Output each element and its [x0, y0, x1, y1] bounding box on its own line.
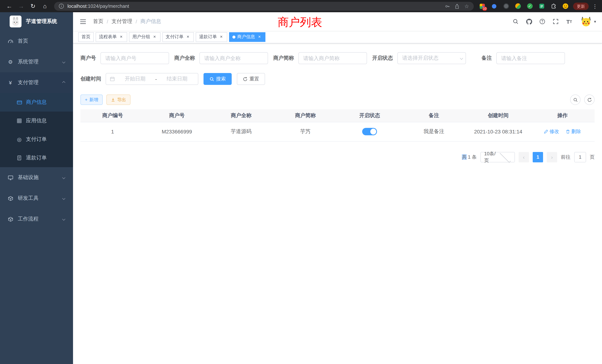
- end-date-placeholder: 结束日期: [160, 76, 194, 82]
- extension-dark-icon[interactable]: [501, 1, 511, 11]
- user-menu[interactable]: ▾: [581, 16, 596, 27]
- merchant-no-label: 商户号: [80, 55, 96, 62]
- pencil-icon: [544, 129, 548, 134]
- url-text[interactable]: localhost:1024/pay/merchant: [67, 3, 441, 9]
- sidebar-item-workflow[interactable]: 工作流程: [0, 209, 73, 229]
- tab-process-form[interactable]: 流程表单 ×: [96, 32, 127, 42]
- edit-button[interactable]: 修改: [544, 128, 559, 135]
- close-icon[interactable]: ×: [119, 34, 124, 40]
- merchant-no-input[interactable]: [100, 52, 169, 64]
- fullscreen-icon[interactable]: [551, 17, 561, 26]
- close-icon[interactable]: ×: [257, 34, 262, 40]
- next-page-button[interactable]: ›: [547, 152, 557, 162]
- extension-grid-icon[interactable]: 10: [477, 1, 487, 11]
- download-icon: [111, 97, 115, 102]
- credit-card-icon: [16, 99, 22, 105]
- sidebar-item-home[interactable]: 首页: [0, 31, 73, 52]
- chrome-update-button[interactable]: 更新: [573, 2, 589, 10]
- cell-merchant-name: 芋道源码: [209, 122, 273, 141]
- refresh-table-button[interactable]: [584, 95, 595, 105]
- chevron-down-icon: [62, 176, 65, 179]
- merchant-short-input[interactable]: [298, 52, 367, 64]
- pay-submenu: 商户信息 应用信息 ◎ 支付订单: [0, 93, 73, 167]
- extension-note-icon[interactable]: [537, 1, 546, 11]
- search-button[interactable]: 搜索: [204, 73, 232, 85]
- tab-pay-order[interactable]: 支付订单 ×: [162, 32, 194, 42]
- browser-menu-icon[interactable]: ⋮: [592, 3, 598, 9]
- breadcrumb-pay[interactable]: 支付管理: [112, 18, 132, 25]
- chevron-down-icon: [62, 60, 65, 64]
- breadcrumb-current: 商户信息: [140, 18, 161, 25]
- sidebar-item-refund-order[interactable]: 退款订单: [0, 149, 73, 167]
- share-icon[interactable]: [454, 3, 460, 10]
- sidebar-item-infra[interactable]: 基础设施: [0, 167, 73, 188]
- add-button[interactable]: + 新增: [80, 95, 103, 105]
- help-icon[interactable]: [538, 17, 547, 26]
- bookmark-star-icon[interactable]: ☆: [463, 3, 470, 10]
- tab-user-group[interactable]: 用户分组 ×: [129, 32, 161, 42]
- search-icon: [573, 97, 578, 102]
- github-icon[interactable]: [524, 17, 534, 26]
- chevron-down-icon: [62, 218, 65, 221]
- close-icon[interactable]: ×: [185, 34, 191, 40]
- tab-refund-order[interactable]: 退款订单 ×: [196, 32, 227, 42]
- pagination: 共1 条 10条/页 ‹ 1 › 前往 页: [80, 152, 595, 162]
- browser-forward-icon[interactable]: →: [16, 1, 27, 11]
- extensions-puzzle-icon[interactable]: [549, 1, 558, 11]
- remark-input[interactable]: [496, 52, 565, 64]
- chevron-down-icon: [62, 197, 65, 200]
- sidebar-item-merchant-info[interactable]: 商户信息: [0, 93, 73, 112]
- dashboard-icon: [7, 38, 13, 44]
- status-label: 开启状态: [372, 55, 393, 62]
- browser-back-icon[interactable]: ←: [4, 1, 15, 11]
- sidebar-item-app-info[interactable]: 应用信息: [0, 112, 73, 130]
- col-remark: 备注: [402, 109, 466, 122]
- page-1-button[interactable]: 1: [533, 152, 543, 162]
- user-avatar: [581, 16, 592, 27]
- password-key-icon[interactable]: [444, 3, 451, 10]
- search-icon: [209, 76, 214, 81]
- hamburger-icon[interactable]: [79, 17, 87, 26]
- breadcrumb-home[interactable]: 首页: [93, 18, 103, 25]
- app-logo[interactable]: 芋道管理系统: [0, 12, 73, 31]
- sidebar-item-system[interactable]: ⚙ 系统管理: [0, 52, 73, 72]
- col-merchant-no: 商户号: [145, 109, 209, 122]
- col-merchant-short: 商户简称: [273, 109, 337, 122]
- browser-reload-icon[interactable]: ↻: [27, 1, 39, 11]
- status-select[interactable]: 请选择开启状态: [397, 52, 466, 64]
- tab-merchant-info[interactable]: 商户信息 ×: [229, 32, 265, 42]
- col-create-time: 创建时间: [466, 109, 530, 122]
- sidebar-item-pay[interactable]: ¥ 支付管理: [0, 72, 73, 93]
- merchant-name-input[interactable]: [199, 52, 268, 64]
- address-bar[interactable]: localhost:1024/pay/merchant ☆: [54, 2, 474, 11]
- extension-avatar-icon[interactable]: [513, 1, 523, 11]
- close-icon[interactable]: ×: [152, 34, 157, 40]
- close-icon[interactable]: ×: [219, 34, 224, 40]
- site-info-icon[interactable]: [58, 3, 64, 10]
- refresh-icon: [587, 97, 592, 102]
- toggle-search-button[interactable]: [570, 95, 580, 105]
- font-size-icon[interactable]: TT: [564, 17, 574, 26]
- extension-blue-icon[interactable]: [489, 1, 499, 11]
- prev-page-button[interactable]: ‹: [519, 152, 529, 162]
- profile-avatar-icon[interactable]: [560, 1, 570, 11]
- tab-home[interactable]: 首页: [78, 32, 94, 42]
- delete-button[interactable]: 删除: [566, 128, 581, 135]
- col-merchant-name: 商户全称: [209, 109, 273, 122]
- search-icon[interactable]: [511, 17, 521, 26]
- chevron-down-icon: ▾: [594, 19, 596, 24]
- extension-check-icon[interactable]: ✓: [525, 1, 535, 11]
- goto-page-input[interactable]: [574, 152, 586, 162]
- goto-label: 前往: [561, 154, 570, 160]
- status-toggle[interactable]: [362, 128, 377, 135]
- reset-button[interactable]: 重置: [237, 73, 265, 85]
- sidebar-item-pay-order[interactable]: ◎ 支付订单: [0, 130, 73, 149]
- logo-rabbit-icon: [10, 16, 22, 27]
- box-icon: [7, 195, 13, 201]
- browser-home-icon[interactable]: ⌂: [39, 1, 50, 11]
- gear-icon: ⚙: [7, 59, 13, 65]
- create-time-range-picker[interactable]: 开始日期 - 结束日期: [106, 73, 198, 85]
- sidebar-item-devtools[interactable]: 研发工具: [0, 188, 73, 209]
- page-size-select[interactable]: 10条/页: [480, 152, 515, 162]
- export-button[interactable]: 导出: [106, 95, 130, 105]
